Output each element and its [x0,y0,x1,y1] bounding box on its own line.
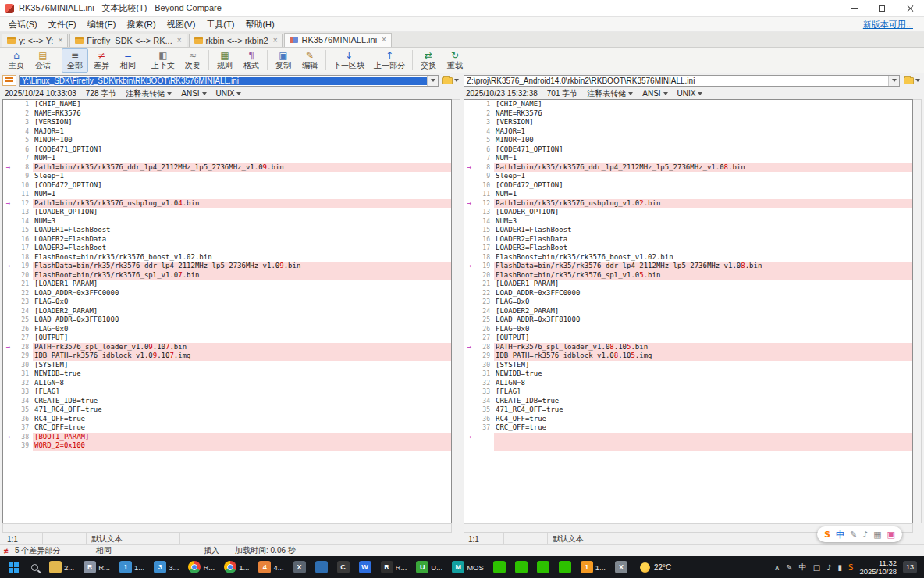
line-text[interactable]: [FLAG] [33,387,451,397]
line-text[interactable]: LOADER1=FlashBoost [33,226,451,235]
line-text[interactable]: CRC_OFF=true [494,423,912,433]
right-vertical-scrollbar[interactable] [913,99,922,523]
line-text[interactable]: IDB_PATH=rk3576_idblock_v1.09.107.img [33,351,451,361]
line-text[interactable]: FlashBoost=bin/rk35/rk3576_boost_v1.02.b… [494,253,912,262]
line-text[interactable]: [LOADER_OPTION] [33,208,451,217]
sogou-tray-icon[interactable]: S [848,563,853,572]
left-browse-button[interactable] [441,75,460,87]
line-text[interactable]: NUM=3 [33,217,451,227]
line-text[interactable]: CRC_OFF=true [33,423,451,433]
line-text[interactable]: [SYSTEM] [33,361,451,370]
taskbar-app-app-u-green[interactable]: UU... [412,557,446,577]
start-button[interactable] [3,557,23,577]
line-text[interactable]: CREATE_IDB=true [33,397,451,406]
tab-close-icon[interactable]: × [177,37,182,45]
menu-tools[interactable]: 工具(T) [201,19,240,30]
minimize-button[interactable] [840,0,868,16]
line-text[interactable]: [LOADER2_PARAM] [33,307,451,316]
taskbar-app-doc-window[interactable]: RR... [80,557,114,577]
line-text[interactable] [494,433,912,442]
line-text[interactable]: FlashData=bin/rk35/rk3576_ddr_lp4_2112MH… [33,262,451,271]
line-text[interactable]: NUM=3 [494,217,912,227]
reload-button[interactable]: ↻重载 [442,48,468,73]
notification-count-badge[interactable]: 13 [903,561,917,573]
taskbar-app-terminal[interactable]: C [333,557,354,577]
battery-icon[interactable]: ▮ [838,563,843,572]
edit-button[interactable]: ✎编辑 [297,48,323,73]
line-text[interactable]: [CODE471_OPTION] [494,145,912,155]
line-text[interactable]: LOADER2=FlashData [33,235,451,244]
taskbar-app-wechat-1[interactable] [489,557,510,577]
next-section-button[interactable]: ↓下一区块 [329,48,369,73]
taskbar-app-app-blue-3[interactable]: 33... [150,557,183,577]
tab-close-icon[interactable]: × [273,37,278,45]
line-text[interactable]: NEWIDB=true [33,369,451,379]
tab-session-y[interactable]: y: <--> Y:× [2,34,68,47]
left-editor-pane[interactable]: 1[CHIP_NAME]2NAME=RK35763[VERSION]4MAJOR… [2,99,452,523]
line-text[interactable]: RC4_OFF=true [33,415,451,424]
rules-button[interactable]: ▦规则 [211,48,238,73]
line-text[interactable]: FlashBoost=bin/rk35/rk3576_boost_v1.02.b… [33,253,451,262]
line-text[interactable]: ALIGN=8 [33,379,451,388]
menu-session[interactable]: 会话(S) [3,19,43,30]
taskbar-clock[interactable]: 11:32 2025/10/28 [859,558,897,576]
tab-close-icon[interactable]: × [382,36,386,44]
line-text[interactable]: [LOADER1_PARAM] [33,280,451,289]
line-text[interactable]: NAME=RK3576 [33,109,451,119]
line-text[interactable]: FLAG=0x0 [33,325,451,334]
volume-icon[interactable]: ♪ [826,563,831,572]
line-text[interactable]: MINOR=100 [33,136,451,145]
line-text[interactable]: Sleep=1 [33,172,451,181]
sogou-logo-icon[interactable]: S [824,530,830,540]
right-line-ending-dropdown[interactable]: UNIX [677,89,703,98]
menu-help[interactable]: 帮助(H) [240,19,279,30]
line-text[interactable]: [OUTPUT] [494,334,912,343]
taskbar-app-app-orange-4[interactable]: 44... [254,557,287,577]
menu-file[interactable]: 文件(F) [43,19,82,30]
line-text[interactable]: IDB_PATH=rk3576_idblock_v1.08.105.img [494,351,912,361]
taskbar-app-mos[interactable]: MMOS [448,557,488,577]
display-icon[interactable]: □ [813,563,820,572]
line-text[interactable]: MINOR=100 [494,136,912,145]
close-button[interactable] [896,0,924,16]
right-editor-pane[interactable]: 1[CHIP_NAME]2NAME=RK35763[VERSION]4MAJOR… [464,99,913,523]
left-horizontal-scrollbar[interactable] [2,523,452,533]
left-encoding-dropdown[interactable]: ANSI [181,89,206,98]
line-text[interactable]: LOADER1=FlashBoost [494,226,912,235]
taskbar-app-wecom[interactable] [555,557,575,577]
line-text[interactable]: ALIGN=8 [494,379,912,388]
tab-session-rkbin[interactable]: rkbin <--> rkbin2× [189,34,283,47]
line-text[interactable]: WORD_2=0x100 [33,441,451,451]
update-available-link[interactable]: 新版本可用... [863,19,921,30]
same-button[interactable]: =相同 [115,48,141,73]
line-text[interactable]: [CODE472_OPTION] [494,181,912,191]
left-conversion-dropdown[interactable]: 注释表转储 [126,88,172,99]
line-text[interactable]: PATH=rk3576_spl_loader_v1.08.105.bin [494,343,912,352]
line-text[interactable]: PATH=rk3576_spl_loader_v1.09.107.bin [33,343,451,352]
left-line-ending-dropdown[interactable]: UNIX [216,89,242,98]
line-text[interactable]: Sleep=1 [494,172,912,181]
line-text[interactable]: [CODE471_OPTION] [33,145,451,155]
menu-view[interactable]: 视图(V) [162,19,201,30]
right-path-combo[interactable]: Z:\proj\RK3576_Android14.0\rkbin2\RKBOOT… [464,75,900,87]
line-text[interactable]: LOAD_ADDR=0x3FF81000 [33,316,451,325]
line-text[interactable]: [CODE472_OPTION] [33,181,451,191]
taskbar-app-remote-desktop[interactable] [311,557,332,577]
line-text[interactable]: NEWIDB=true [494,369,912,379]
line-text[interactable]: LOAD_ADDR=0x3FFC0000 [494,289,912,298]
line-text[interactable]: Path1=bin/rk35/rk3576_usbplug_v1.02.bin [494,199,912,209]
maximize-button[interactable] [868,0,896,16]
ime-lang-icon[interactable]: 中 [799,562,807,573]
left-path-combo[interactable]: Y:\Linux_SDK\Firefly_SDK\rkbin\RKBOOT\RK… [19,75,439,87]
prev-section-button[interactable]: ↑上一部分 [369,48,410,73]
session-menu-button[interactable] [2,75,16,86]
right-path-dropdown[interactable] [888,76,899,86]
right-syntax-format[interactable]: 默认文本 [548,533,641,544]
taskbar-app-app-orange-1[interactable]: 11... [577,557,609,577]
ime-pen-icon[interactable]: ✎ [786,563,792,572]
line-text[interactable]: MAJOR=1 [494,127,912,137]
line-text[interactable]: CREATE_IDB=true [494,397,912,406]
line-text[interactable]: NAME=RK3576 [494,109,912,119]
right-encoding-dropdown[interactable]: ANSI [642,89,667,98]
diffs-button[interactable]: ≠差异 [88,48,115,73]
